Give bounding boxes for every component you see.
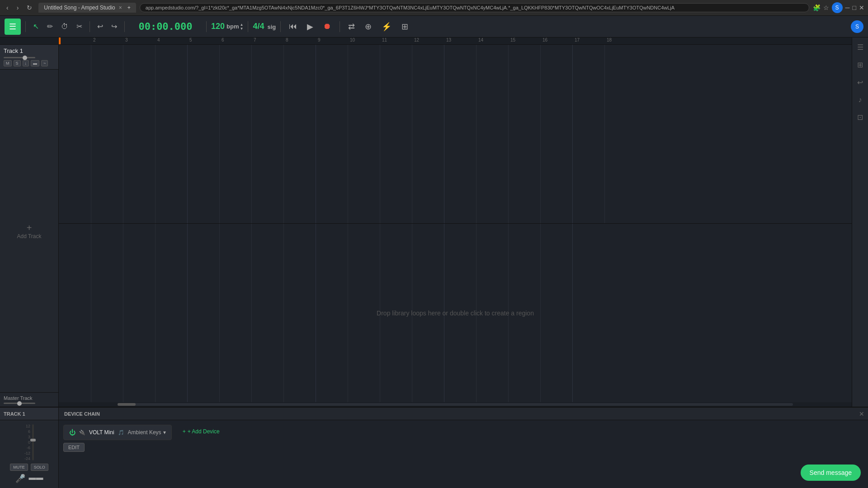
device-preset-name: Ambient Keys (128, 429, 161, 436)
master-volume-slider[interactable] (4, 403, 35, 404)
bottom-mute-button[interactable]: MUTE (10, 464, 28, 471)
time-sig-display[interactable]: 4/4 sig (253, 22, 276, 31)
input-icon[interactable]: 🎤 (15, 474, 25, 483)
bottom-panel-header: TRACK 1 DEVICE CHAIN ✕ (0, 408, 868, 420)
ruler-tick-13: 13 (445, 38, 451, 42)
ruler-tick-6: 6 (221, 38, 224, 42)
clock-tool-button[interactable]: ⏱ (58, 21, 71, 33)
toolbar-separator-1 (25, 21, 26, 32)
ruler-tick-10: 10 (349, 38, 355, 42)
track-solo-1[interactable]: S (14, 60, 21, 66)
browser-controls: ‹ › ↻ (4, 3, 35, 12)
track-arm-1[interactable]: ↓ (23, 60, 29, 66)
mute-solo-row: MUTE SOLO (10, 464, 48, 471)
timeline-area: 2 3 4 5 6 7 8 9 10 11 12 13 14 15 (59, 38, 852, 407)
ruler-tick-12: 12 (413, 38, 419, 42)
scrollbar-track[interactable] (118, 403, 793, 406)
ruler-tick-8: 8 (285, 38, 288, 42)
extensions-button[interactable]: 🧩 (813, 2, 821, 13)
master-track: Master Track (0, 392, 58, 407)
add-track-label: Add Track (17, 233, 41, 239)
scissors-tool-button[interactable]: ✂ (74, 20, 85, 33)
track-lane-1[interactable] (59, 45, 852, 224)
redo-button[interactable]: ↪ (108, 20, 120, 33)
device-edit-button[interactable]: EDIT (63, 443, 85, 452)
undo-button[interactable]: ↩ (94, 20, 106, 33)
fader-thumb[interactable] (30, 439, 36, 441)
add-track-button[interactable]: + Add Track (0, 70, 58, 392)
browser-tab[interactable]: Untitled Song - Amped Studio × + (38, 3, 136, 13)
device-name: VOLT Mini (89, 429, 114, 436)
empty-track-area[interactable]: Drop library loops here or double click … (59, 224, 852, 402)
add-track-icon: + (27, 223, 32, 233)
device-item-header: ⏻ 🔌 VOLT Mini 🎵 Ambient Keys ▾ (63, 425, 172, 440)
snap-button[interactable]: ⚡ (378, 20, 395, 33)
back-button[interactable]: ‹ (4, 3, 11, 12)
track-lane-grid (59, 45, 852, 223)
forward-button[interactable]: › (14, 3, 22, 12)
toolbar: ☰ ↖ ✏ ⏱ ✂ ↩ ↪ 00:00.000 120 bpm ▲▼ 4/4 s… (0, 16, 868, 38)
track-mute-1[interactable]: M (4, 60, 12, 66)
user-avatar[interactable]: S (851, 20, 863, 33)
close-window-button[interactable]: ✕ (859, 2, 864, 13)
new-tab-button[interactable]: + (127, 5, 131, 11)
ruler-tick-11: 11 (381, 38, 387, 42)
bottom-mixer: 12 6 3 0 -6 -12 -24 MUT (0, 420, 59, 488)
browser-url-bar[interactable]: app.ampedstudio.com/?_gl=1*zkt20c*_ga*MT… (140, 3, 809, 12)
add-device-plus-icon: + (183, 428, 186, 435)
merge-button[interactable]: ⊕ (361, 20, 375, 33)
bottom-panel: TRACK 1 DEVICE CHAIN ✕ 12 6 3 0 -6 -12 (0, 407, 868, 488)
toolbar-separator-2 (90, 21, 90, 32)
loop-button[interactable]: ⇄ (344, 20, 359, 33)
select-tool-button[interactable]: ↖ (30, 20, 42, 33)
eq-icon[interactable]: ▬▬ (29, 474, 43, 483)
right-panel-grid-button[interactable]: ⊞ (855, 59, 865, 71)
ruler-tick-2: 2 (92, 38, 96, 42)
mixer-fader: 12 6 3 0 -6 -12 -24 (24, 424, 34, 461)
track-list: Track 1 M S ↓ ▬ ~ + Add Track Maste (0, 38, 59, 407)
menu-button[interactable]: ☰ (5, 19, 21, 35)
track-eq-1[interactable]: ▬ (31, 60, 39, 66)
maximize-button[interactable]: □ (853, 2, 856, 13)
tab-title: Untitled Song - Amped Studio (44, 5, 115, 11)
bottom-panel-close-button[interactable]: ✕ (859, 410, 864, 418)
add-device-button[interactable]: + + Add Device (183, 428, 220, 435)
device-power-icon[interactable]: ⏻ (69, 429, 75, 436)
track-automation-1[interactable]: ~ (41, 60, 48, 66)
send-message-button[interactable]: Send message (801, 465, 861, 481)
app: ☰ ↖ ✏ ⏱ ✂ ↩ ↪ 00:00.000 120 bpm ▲▼ 4/4 s… (0, 16, 868, 488)
rewind-button[interactable]: ⏮ (285, 20, 301, 33)
ruler-tick-7: 7 (253, 38, 256, 42)
play-button[interactable]: ▶ (303, 20, 317, 33)
refresh-button[interactable]: ↻ (24, 3, 35, 12)
fader-track (32, 424, 34, 460)
minimize-button[interactable]: ─ (845, 2, 850, 13)
track-volume-1[interactable] (4, 57, 35, 58)
toolbar-separator-4 (206, 21, 207, 32)
right-panel-undo-button[interactable]: ↩ (855, 76, 865, 89)
bpm-arrows[interactable]: ▲▼ (240, 23, 244, 31)
timeline-scrollbar[interactable] (59, 402, 852, 407)
pencil-tool-button[interactable]: ✏ (44, 20, 56, 33)
playhead (59, 38, 60, 44)
right-panel-effects-button[interactable]: ⊡ (855, 111, 865, 123)
record-button[interactable]: ⏺ (320, 20, 335, 33)
bookmark-button[interactable]: ☆ (823, 2, 829, 13)
toolbar-right: S (851, 20, 863, 33)
timeline-ruler: 2 3 4 5 6 7 8 9 10 11 12 13 14 15 (59, 38, 852, 45)
bottom-solo-button[interactable]: SOLO (31, 464, 48, 471)
tab-close-icon[interactable]: × (119, 5, 122, 11)
scrollbar-thumb[interactable] (118, 403, 136, 406)
ruler-tick-5: 5 (189, 38, 192, 42)
device-preset[interactable]: Ambient Keys ▾ (128, 429, 166, 436)
bpm-value: 120 (211, 22, 225, 31)
device-item-1[interactable]: ⏻ 🔌 VOLT Mini 🎵 Ambient Keys ▾ EDIT (63, 425, 177, 452)
time-sig-value: 4/4 (253, 22, 264, 31)
right-panel-menu-button[interactable]: ☰ (855, 41, 865, 53)
browser-profile-icon[interactable]: S (832, 2, 843, 13)
bpm-display[interactable]: 120 bpm ▲▼ (211, 22, 243, 31)
ruler-tick-14: 14 (477, 38, 483, 42)
track-controls-1: M S ↓ ▬ ~ (4, 60, 55, 66)
right-panel-music-button[interactable]: ♪ (857, 94, 864, 106)
grid-button[interactable]: ⊞ (398, 20, 412, 33)
